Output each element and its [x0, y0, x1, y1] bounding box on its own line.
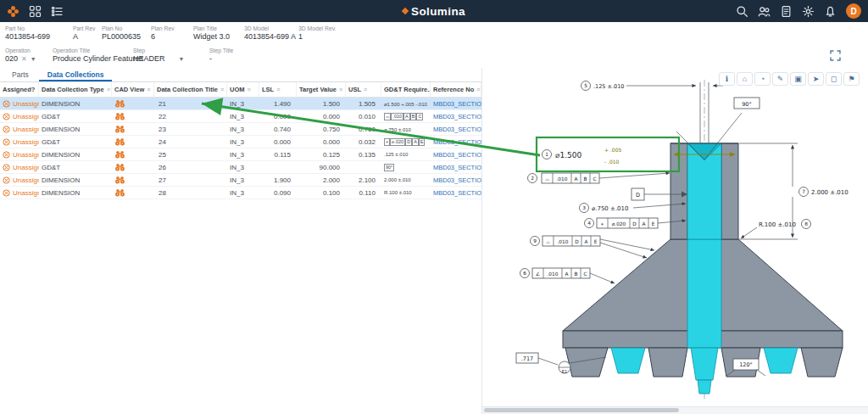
binoculars-icon[interactable] [114, 176, 125, 184]
uom-cell: IN_3 [227, 123, 259, 135]
table-row[interactable]: UnassignGD&T24IN_30.0000.0000.032⌖⌀.020D… [0, 136, 481, 148]
markup-icon[interactable]: ✎ [772, 72, 788, 86]
cylinder-wall-right [721, 143, 738, 239]
reference-link[interactable]: MBD03_SECTION [431, 136, 481, 148]
cad-drawing[interactable]: 5 .125 ±.010 90° 1 [482, 78, 867, 405]
views-icon[interactable]: ◔ [754, 72, 771, 86]
table-row[interactable]: UnassignDIMENSION28IN_30.0900.1000.110R.… [0, 187, 481, 199]
reference-link[interactable]: MBD03_SECTION [431, 110, 481, 122]
tab-parts[interactable]: Parts [3, 68, 37, 81]
binoculars-icon[interactable] [114, 164, 125, 171]
field-part-rev: Part Rev A [73, 25, 102, 44]
filter-icon[interactable]: ≡ [147, 87, 150, 92]
cad-viewer-panel: ℹ⌂◔✎▣➤◻⚑ [481, 68, 868, 414]
operation-dropdown-icon[interactable]: ▼ [31, 56, 36, 62]
filter-icon[interactable]: ≡ [220, 87, 224, 92]
center-slot [691, 348, 718, 380]
unassign-link[interactable]: Unassign [13, 176, 39, 184]
svg-text:3: 3 [582, 205, 586, 210]
settings-gear-icon[interactable] [802, 5, 815, 18]
foot [801, 348, 843, 377]
unassign-link[interactable]: Unassign [13, 138, 39, 146]
col-type: Data Collection Type≡ [39, 82, 112, 97]
filter-icon[interactable]: ≡ [107, 87, 110, 92]
binoculars-icon[interactable] [114, 126, 125, 133]
viewer-scrollbar[interactable] [482, 406, 868, 414]
binoculars-icon[interactable] [114, 151, 125, 159]
target-cell: 0.750 [297, 123, 346, 135]
unassign-link[interactable]: Unassign [13, 113, 39, 120]
gdt-cell: ⌖⌀.020DAE [381, 136, 431, 148]
notifications-bell-icon[interactable] [824, 5, 837, 18]
reference-link[interactable]: MBD03_SECTION [431, 98, 481, 109]
avatar[interactable]: D [846, 3, 861, 19]
table-row[interactable]: UnassignDIMENSION23IN_30.7400.7500.760⌀.… [0, 123, 481, 136]
unassign-link[interactable]: Unassign [13, 164, 39, 171]
app-root: Solumina D Part No 4013854-699 [0, 0, 868, 414]
checklist-icon[interactable] [51, 5, 64, 18]
table-row[interactable]: UnassignDIMENSION27IN_31.9002.0002.1002.… [0, 174, 481, 187]
svg-text:+ .005: + .005 [604, 147, 621, 153]
unassign-link[interactable]: Unassign [13, 189, 39, 197]
select-icon[interactable]: ➤ [808, 72, 824, 86]
binoculars-icon[interactable] [114, 100, 125, 108]
cad-view-cell [112, 148, 154, 160]
reference-link[interactable]: MBD03_SECTION [431, 123, 481, 135]
filter-icon[interactable]: ≡ [339, 87, 342, 92]
filter-icon[interactable]: ≡ [476, 87, 480, 92]
binoculars-icon[interactable] [114, 138, 125, 146]
scrollbar-thumb[interactable] [484, 408, 679, 412]
svg-text:.010: .010 [548, 271, 559, 277]
table-row[interactable]: UnassignDIMENSION21IN_31.4901.5001.505⌀1… [0, 98, 481, 110]
operation-value: 020 [5, 54, 18, 63]
lsl-cell: 0.090 [259, 187, 297, 199]
step-value: HEADER [133, 54, 165, 63]
binoculars-icon[interactable] [114, 189, 125, 197]
dc-type-cell: DIMENSION [39, 123, 112, 135]
reference-link[interactable]: MBD03_SECTION [431, 161, 481, 173]
operation-clear-icon[interactable]: ✕ [21, 55, 27, 63]
gdt-cell: R.100 ±.010 [381, 187, 431, 199]
info-icon[interactable]: ℹ [719, 72, 735, 86]
svg-text:B: B [584, 176, 587, 182]
model-tree-icon[interactable]: ◻ [826, 72, 842, 86]
target-cell: 0.100 [297, 187, 346, 199]
viewer-toolbar: ℹ⌂◔✎▣➤◻⚑ [719, 72, 860, 86]
tab-data-collections[interactable]: Data Collections [39, 68, 113, 81]
filter-icon[interactable]: ≡ [364, 87, 367, 92]
svg-text:9: 9 [533, 238, 537, 243]
lsl-cell: 0.740 [259, 123, 297, 135]
table-row[interactable]: UnassignGD&T22IN_30.0000.0000.010⌓.010AB… [0, 110, 481, 123]
unassign-link[interactable]: Unassign [13, 151, 39, 159]
apps-grid-icon[interactable] [29, 5, 42, 18]
reference-link[interactable]: MBD03_SECTION [431, 187, 481, 199]
operation-select[interactable]: Operation 020 ✕ ▼ [5, 48, 53, 65]
svg-text:.717: .717 [521, 355, 533, 362]
step-dropdown-icon[interactable]: ▼ [179, 56, 185, 62]
flag-icon[interactable]: ⚑ [843, 72, 860, 86]
svg-text:E: E [594, 239, 598, 244]
unassign-link[interactable]: Unassign [13, 126, 39, 133]
svg-text:∠: ∠ [536, 271, 540, 277]
search-icon[interactable] [736, 5, 748, 18]
dc-table-header: Assigned? Data Collection Type≡ CAD View… [0, 82, 481, 98]
home-view-icon[interactable]: ⌂ [737, 72, 753, 86]
filter-icon[interactable]: ≡ [248, 87, 251, 92]
users-icon[interactable] [758, 5, 771, 18]
fullscreen-icon[interactable] [830, 50, 841, 64]
snapshot-icon[interactable]: ▣ [790, 72, 806, 86]
reference-link[interactable]: MBD03_SECTION [431, 148, 481, 160]
binoculars-icon[interactable] [114, 113, 125, 120]
gdt-cell: 2.000 ±.010 [381, 174, 431, 186]
svg-text:6: 6 [523, 271, 526, 276]
reference-link[interactable]: MBD03_SECTION [431, 174, 481, 186]
table-row[interactable]: UnassignDIMENSION25IN_30.1150.1250.135.1… [0, 148, 481, 161]
filter-icon[interactable]: ≡ [276, 87, 280, 92]
document-icon[interactable] [780, 5, 793, 18]
col-title: Data Collection Title≡ [154, 82, 227, 97]
table-row[interactable]: UnassignGD&T26IN_390.00090°MBD03_SECTION [0, 161, 481, 174]
step-select[interactable]: Step HEADER ▼ [133, 48, 209, 65]
svg-text:C: C [583, 271, 587, 277]
unassign-link[interactable]: Unassign [13, 100, 39, 108]
brand-flower-icon[interactable] [7, 5, 19, 18]
